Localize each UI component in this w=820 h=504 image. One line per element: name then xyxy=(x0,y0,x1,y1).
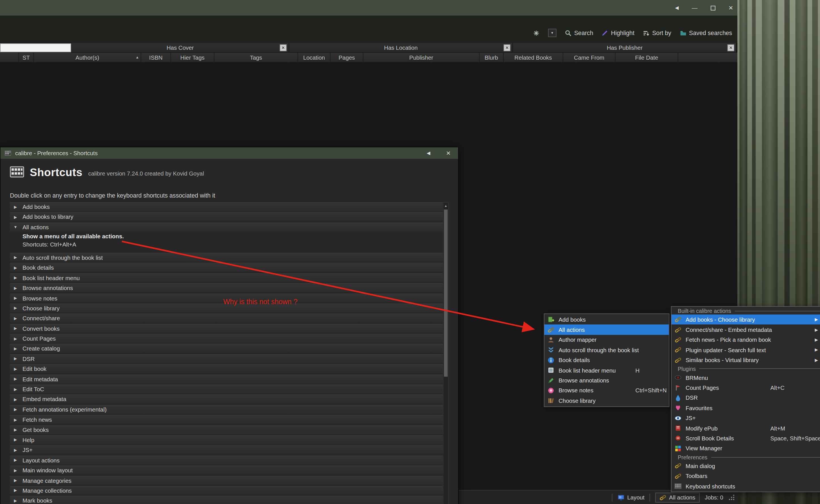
shortcut-entry-add-books[interactable]: ▶Add books xyxy=(10,202,443,211)
toolbar: ▼ SearchHighlightSort bySaved searches xyxy=(0,16,737,43)
calibre-action-icon xyxy=(675,462,681,469)
shortcut-entry-add-books-to-library[interactable]: ▶Add books to library xyxy=(10,212,443,221)
menu-item-main-dialog[interactable]: Main dialog xyxy=(672,461,820,471)
minimize-icon[interactable]: — xyxy=(692,5,698,11)
column-header-blank[interactable] xyxy=(0,53,19,62)
menu-item-book-list-header-menu[interactable]: Book list header menuH xyxy=(544,365,669,375)
column-header-related-books[interactable]: Related Books xyxy=(504,53,563,62)
column-header-pages[interactable]: Pages xyxy=(331,53,363,62)
sort-by-button[interactable]: Sort by xyxy=(643,29,672,36)
menu-item-author-mapper[interactable]: Author mapper xyxy=(544,335,669,345)
menu-item-all-actions[interactable]: All actions xyxy=(544,325,669,335)
shortcut-entry-edit-book[interactable]: ▶Edit book xyxy=(10,364,443,373)
close-icon[interactable]: ✕ xyxy=(728,5,733,11)
back-icon[interactable]: ◀ xyxy=(675,5,679,10)
column-header-blurb[interactable]: Blurb xyxy=(480,53,504,62)
menu-item-label: Keyboard shortcuts xyxy=(686,483,735,489)
menu-item-fetch-news-pick-a-random-book[interactable]: Fetch news - Pick a random book▶ xyxy=(672,335,820,345)
menu-item-dsr[interactable]: DSR xyxy=(672,393,820,403)
shortcut-entry-mark-books[interactable]: ▶Mark books xyxy=(10,496,443,504)
shortcut-entry-manage-collections[interactable]: ▶Manage collections xyxy=(10,486,443,495)
shortcut-entry-all-actions[interactable]: ▼All actions xyxy=(10,222,443,231)
menu-item-count-pages[interactable]: Count PagesAlt+C xyxy=(672,383,820,393)
back-icon[interactable]: ◀ xyxy=(427,151,430,155)
menu-item-brmenu[interactable]: BRMenu xyxy=(672,373,820,383)
column-header-hier-tags[interactable]: Hier Tags xyxy=(171,53,214,62)
shortcut-entry-help[interactable]: ▶Help xyxy=(10,435,443,444)
menu-item-connect-share-embed-metadata[interactable]: Connect/share - Embed metadata▶ xyxy=(672,325,820,335)
quick-search-input[interactable] xyxy=(0,43,71,52)
filter-header-has-publisher[interactable]: Has Publisher✕ xyxy=(513,43,736,52)
dialog-title: calibre - Preferences - Shortcuts xyxy=(15,150,98,156)
menu-item-browse-notes[interactable]: Browse notesCtrl+Shift+N xyxy=(544,385,669,395)
asterisk-icon[interactable] xyxy=(533,29,539,36)
shortcut-entry-main-window-layout[interactable]: ▶Main window layout xyxy=(10,466,443,474)
column-header-author-s[interactable]: Author(s)▲ xyxy=(34,53,141,62)
menu-item-modify-epub[interactable]: Modify ePubAlt+M xyxy=(672,423,820,433)
maximize-icon[interactable] xyxy=(711,5,715,10)
all-actions-status-button[interactable]: All actions xyxy=(656,492,700,502)
column-header-came-from[interactable]: Came From xyxy=(563,53,616,62)
shortcut-entry-manage-categories[interactable]: ▶Manage categories xyxy=(10,476,443,484)
scrollbar[interactable]: ▲ xyxy=(443,202,448,504)
saved-searches-button[interactable]: Saved searches xyxy=(680,29,732,36)
shortcut-entry-layout-actions[interactable]: ▶Layout actions xyxy=(10,455,443,464)
shortcut-entry-js[interactable]: ▶JS+ xyxy=(10,445,443,454)
column-header-tags[interactable]: Tags xyxy=(215,53,298,62)
filter-header-has-cover[interactable]: Has Cover✕ xyxy=(72,43,289,52)
menu-item-add-books-choose-library[interactable]: Add books - Choose library▶ xyxy=(672,315,820,325)
menu-item-toolbars[interactable]: Toolbars xyxy=(672,471,820,481)
menu-item-keyboard-shortcuts[interactable]: Keyboard shortcuts xyxy=(672,481,820,491)
menu-item-auto-scroll-through-the-book-list[interactable]: Auto scroll through the book list xyxy=(544,345,669,355)
menu-item-browse-annotations[interactable]: Browse annotations xyxy=(544,375,669,386)
close-icon[interactable]: ✕ xyxy=(280,44,287,51)
menu-item-choose-library[interactable]: Choose library xyxy=(544,395,669,406)
menu-item-scroll-book-details[interactable]: Scroll Book DetailsSpace, Shift+Space xyxy=(672,433,820,444)
column-header-publisher[interactable]: Publisher xyxy=(364,53,480,62)
menu-item-similar-books-virtual-library[interactable]: Similar books - Virtual library▶ xyxy=(672,355,820,365)
calibre-action-icon xyxy=(675,326,681,333)
close-icon[interactable]: ✕ xyxy=(728,44,734,51)
column-header-location[interactable]: Location xyxy=(298,53,331,62)
menu-item-label: Book details xyxy=(558,357,590,363)
shortcut-entry-create-catalog[interactable]: ▶Create catalog xyxy=(10,344,443,353)
shortcut-entry-browse-annotations[interactable]: ▶Browse annotations xyxy=(10,283,443,292)
menu-item-js[interactable]: JS+ xyxy=(672,413,820,423)
scrollbar-thumb[interactable] xyxy=(444,209,448,377)
menu-item-book-details[interactable]: Book details xyxy=(544,355,669,365)
dialog-heading: Shortcuts xyxy=(30,167,82,178)
search-button[interactable]: Search xyxy=(565,29,593,36)
menu-item-view-manager[interactable]: View Manager xyxy=(672,444,820,454)
filter-header-has-location[interactable]: Has Location✕ xyxy=(289,43,512,52)
shortcut-entry-edit-toc[interactable]: ▶Edit ToC xyxy=(10,384,443,393)
column-header-st[interactable]: ST xyxy=(19,53,34,62)
choose-library-icon xyxy=(547,397,554,404)
shortcut-entry-get-books[interactable]: ▶Get books xyxy=(10,425,443,434)
shortcut-entry-embed-metadata[interactable]: ▶Embed metadata xyxy=(10,395,443,403)
highlight-button[interactable]: Highlight xyxy=(601,29,635,36)
menu-item-favourites[interactable]: Favourites xyxy=(672,403,820,413)
shortcut-entry-book-details[interactable]: ▶Book details xyxy=(10,263,443,272)
resize-grip[interactable] xyxy=(729,494,735,501)
close-icon[interactable]: ✕ xyxy=(504,44,510,51)
column-header-isbn[interactable]: ISBN xyxy=(141,53,171,62)
shortcut-entry-book-list-header-menu[interactable]: ▶Book list header menu xyxy=(10,273,443,282)
shortcut-entry-connect-share[interactable]: ▶Connect/share xyxy=(10,313,443,322)
scroll-up-icon[interactable]: ▲ xyxy=(443,203,448,208)
toolbar-buttons: SearchHighlightSort bySaved searches xyxy=(565,29,732,36)
jobs-indicator[interactable]: Jobs: 0 xyxy=(705,494,724,500)
close-icon[interactable]: ✕ xyxy=(446,150,451,156)
shortcut-entry-dsr[interactable]: ▶DSR xyxy=(10,354,443,363)
shortcut-entry-count-pages[interactable]: ▶Count Pages xyxy=(10,334,443,343)
shortcut-entry-fetch-annotations-experimental[interactable]: ▶Fetch annotations (experimental) xyxy=(10,405,443,414)
shortcut-entry-convert-books[interactable]: ▶Convert books xyxy=(10,324,443,332)
shortcut-entry-auto-scroll-through-the-book-list[interactable]: ▶Auto scroll through the book list xyxy=(10,253,443,261)
shortcut-entry-fetch-news[interactable]: ▶Fetch news xyxy=(10,415,443,424)
column-header-file-date[interactable]: File Date xyxy=(616,53,678,62)
column-header-label: ISBN xyxy=(149,54,162,60)
layout-toggle[interactable]: Layout xyxy=(618,494,644,501)
menu-item-add-books[interactable]: Add books xyxy=(544,315,669,325)
shortcut-entry-edit-metadata[interactable]: ▶Edit metadata xyxy=(10,374,443,383)
menu-item-plugin-updater-search-full-text[interactable]: Plugin updater - Search full text▶ xyxy=(672,345,820,355)
chevron-down-icon[interactable]: ▼ xyxy=(548,29,556,37)
